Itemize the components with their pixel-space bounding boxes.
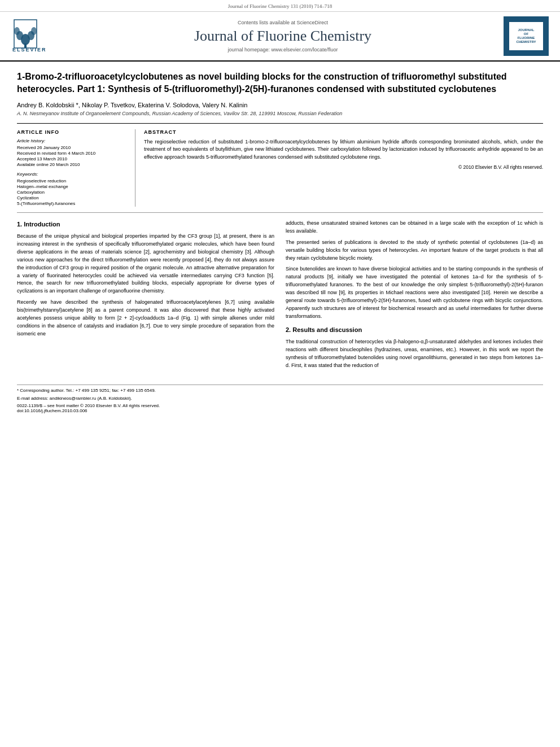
keyword-3: Carboxylation	[17, 190, 126, 195]
journal-center: Contents lists available at ScienceDirec…	[62, 20, 504, 53]
right-paragraph-2: The presented series of publications is …	[286, 239, 543, 263]
accepted-date: Accepted 13 March 2010	[17, 156, 126, 161]
body-section: 1. Introduction Because of the unique ph…	[17, 220, 543, 373]
journal-header: ELSEVIER Contents lists available at Sci…	[0, 12, 560, 62]
footer-area: * Corresponding author. Tel.: +7 499 135…	[17, 385, 543, 413]
affiliation: A. N. Nesmeyanov Institute of Organoelem…	[17, 111, 543, 116]
abstract-header: ABSTRACT	[144, 129, 543, 135]
footer-divider	[17, 385, 543, 385]
journal-title: Journal of Fluorine Chemistry	[62, 28, 504, 45]
abstract-text: The regioselective reduction of substitu…	[144, 138, 543, 161]
abstract-column: ABSTRACT The regioselective reduction of…	[135, 129, 543, 207]
intro-paragraph-1: Because of the unique physical and biolo…	[17, 233, 274, 296]
svg-point-4	[14, 27, 20, 35]
keyword-4: Cyclization	[17, 195, 126, 200]
right-body-column: adducts, these unsaturated strained keto…	[286, 220, 543, 373]
email-note: E-mail address: andikineos@rambler.ru (A…	[17, 395, 543, 401]
page: Journal of Fluorine Chemistry 131 (2010)…	[0, 0, 560, 747]
intro-paragraph-2: Recently we have described the synthesis…	[17, 299, 274, 338]
right-paragraph-1: adducts, these unsaturated strained keto…	[286, 220, 543, 235]
journal-logo-right: JOURNALOFFLUORINECHEMISTRY	[504, 16, 549, 56]
keywords-label: Keywords:	[17, 172, 126, 177]
journal-citation-bar: Journal of Fluorine Chemistry 131 (2010)…	[0, 0, 560, 12]
article-title: 1-Bromo-2-trifluoroacetylcyclobutenes as…	[17, 71, 543, 96]
journal-logo-text: JOURNALOFFLUORINECHEMISTRY	[516, 28, 536, 45]
right-paragraph-3: Since butenolides are known to have dive…	[286, 265, 543, 321]
journal-logo-inner: JOURNALOFFLUORINECHEMISTRY	[509, 22, 543, 50]
journal-homepage: journal homepage: www.elsevier.com/locat…	[62, 47, 504, 53]
elsevier-logo-svg: ELSEVIER	[11, 19, 59, 53]
authors: Andrey B. Koldobskii *, Nikolay P. Tsvet…	[17, 102, 543, 108]
keyword-1: Regioselective reduction	[17, 178, 126, 184]
left-body-column: 1. Introduction Because of the unique ph…	[17, 220, 274, 373]
keyword-5: 5-(Trifluoromethyl)-furanones	[17, 201, 126, 206]
results-title: 2. Results and discussion	[286, 325, 543, 335]
article-info-header: ARTICLE INFO	[17, 129, 126, 135]
issn-line: 0022-1139/$ – see front matter © 2010 El…	[17, 403, 543, 408]
main-content: 1-Bromo-2-trifluoroacetylcyclobutenes as…	[0, 62, 560, 382]
available-date: Available online 20 March 2010	[17, 162, 126, 167]
article-history-label: Article history:	[17, 138, 126, 143]
article-info-column: ARTICLE INFO Article history: Received 2…	[17, 129, 135, 207]
journal-citation-text: Journal of Fluorine Chemistry 131 (2010)…	[228, 3, 332, 9]
results-paragraph-1: The traditional construction of heterocy…	[286, 338, 543, 370]
introduction-title: 1. Introduction	[17, 220, 274, 229]
doi-line: doi:10.1016/j.jfluchem.2010.03.006	[17, 408, 543, 413]
svg-text:ELSEVIER: ELSEVIER	[12, 47, 47, 53]
received-revised-date: Received in revised form 4 March 2010	[17, 151, 126, 156]
article-info-abstract-section: ARTICLE INFO Article history: Received 2…	[17, 123, 543, 213]
keyword-2: Halogen–metal exchange	[17, 184, 126, 189]
keywords-section: Keywords: Regioselective reduction Halog…	[17, 172, 126, 206]
elsevier-logo: ELSEVIER	[11, 19, 62, 54]
corresponding-author-note: * Corresponding author. Tel.: +7 499 135…	[17, 387, 543, 394]
sciencedirect-line: Contents lists available at ScienceDirec…	[62, 20, 504, 25]
svg-point-5	[31, 27, 37, 35]
received-date: Received 26 January 2010	[17, 145, 126, 150]
copyright-line: © 2010 Elsevier B.V. All rights reserved…	[144, 164, 543, 170]
